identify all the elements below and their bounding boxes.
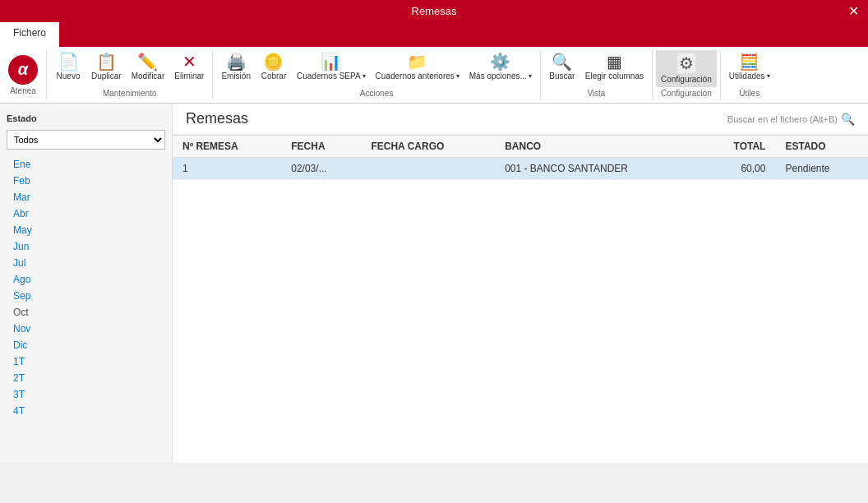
duplicar-icon: 📋 <box>96 53 117 70</box>
month-jun[interactable]: Jun <box>0 238 172 255</box>
title-bar: Remesas ✕ <box>0 0 868 22</box>
configuracion-button[interactable]: ⚙ Configuración <box>656 50 717 87</box>
month-ago[interactable]: Ago <box>0 271 172 288</box>
mantenimiento-label: Mantenimiento <box>50 87 209 99</box>
configuracion-icon: ⚙ <box>677 53 695 73</box>
col-fecha-cargo: FECHA CARGO <box>361 136 495 158</box>
buscar-label: Buscar <box>549 72 575 81</box>
month-jul[interactable]: Jul <box>0 255 172 271</box>
group-acciones: 🖨️ Emisión 🪙 Cobrar 📊 Cuadernos SEPA ▾ 📁… <box>213 50 540 99</box>
atenea-group: α Atenea <box>0 50 47 99</box>
emision-button[interactable]: 🖨️ Emisión <box>216 50 256 84</box>
month-dic[interactable]: Dic <box>0 337 172 353</box>
content-header: Remesas Buscar en el fichero (Alt+B) 🔍 <box>173 104 868 135</box>
month-sep[interactable]: Sep <box>0 288 172 304</box>
main-area: Estado Todos Pendiente Emitido Ene Feb M… <box>0 104 868 463</box>
month-abr[interactable]: Abr <box>0 205 172 222</box>
page-title: Remesas <box>186 110 248 127</box>
cell-estado: Pendiente <box>775 158 868 180</box>
month-nov[interactable]: Nov <box>0 321 172 337</box>
cobrar-label: Cobrar <box>261 72 287 81</box>
nuevo-button[interactable]: 📄 Nuevo <box>50 50 86 84</box>
cuadernos-ant-button[interactable]: 📁 Cuadernos anteriores ▾ <box>371 50 464 84</box>
acciones-buttons: 🖨️ Emisión 🪙 Cobrar 📊 Cuadernos SEPA ▾ 📁… <box>216 50 536 87</box>
eliminar-label: Eliminar <box>174 72 204 81</box>
search-icon: 🔍 <box>841 113 855 126</box>
col-estado: ESTADO <box>775 136 868 158</box>
group-vista: 🔍 Buscar ▦ Elegir columnas Vista <box>541 50 653 99</box>
col-fecha: FECHA <box>281 136 361 158</box>
configuracion-label: Configuración <box>661 75 712 84</box>
quarter-4t[interactable]: 4T <box>0 403 172 419</box>
mas-opciones-icon: ⚙️ <box>490 53 510 70</box>
eliminar-button[interactable]: ✕ Eliminar <box>169 50 209 84</box>
atenea-logo: α <box>8 55 38 85</box>
acciones-label: Acciones <box>216 87 536 99</box>
mantenimiento-buttons: 📄 Nuevo 📋 Duplicar ✏️ Modificar ✕ Elimin… <box>50 50 209 87</box>
vista-label: Vista <box>544 87 649 99</box>
ribbon-tabs: Fichero <box>0 22 868 47</box>
estado-select[interactable]: Todos Pendiente Emitido <box>7 130 165 150</box>
sidebar: Estado Todos Pendiente Emitido Ene Feb M… <box>0 104 173 463</box>
cell-fecha: 02/03/... <box>281 158 361 180</box>
remesas-table: Nº REMESA FECHA FECHA CARGO BANCO TOTAL … <box>173 135 868 180</box>
table-header-row: Nº REMESA FECHA FECHA CARGO BANCO TOTAL … <box>173 136 868 158</box>
ribbon-content: α Atenea 📄 Nuevo 📋 Duplicar ✏️ Modificar… <box>0 47 868 104</box>
cell-num-remesa: 1 <box>173 158 281 180</box>
mas-opciones-button[interactable]: ⚙️ Más opciones... ▾ <box>464 50 537 84</box>
month-oct[interactable]: Oct <box>0 304 172 321</box>
estado-label: Estado <box>0 110 172 127</box>
window-title: Remesas <box>412 5 457 17</box>
configuracion-buttons: ⚙ Configuración <box>656 50 717 87</box>
buscar-button[interactable]: 🔍 Buscar <box>544 50 580 84</box>
month-may[interactable]: May <box>0 222 172 238</box>
close-button[interactable]: ✕ <box>838 0 868 22</box>
quarter-2t[interactable]: 2T <box>0 370 172 386</box>
modificar-icon: ✏️ <box>137 53 158 70</box>
search-placeholder: Buscar en el fichero (Alt+B) <box>727 114 838 124</box>
month-mar[interactable]: Mar <box>0 189 172 205</box>
nuevo-icon: 📄 <box>58 53 79 70</box>
quarter-3t[interactable]: 3T <box>0 386 172 403</box>
table-body: 1 02/03/... 001 - BANCO SANTANDER 60,00 … <box>173 158 868 180</box>
col-num-remesa: Nº REMESA <box>173 136 281 158</box>
cobrar-button[interactable]: 🪙 Cobrar <box>256 50 292 84</box>
atenea-label: Atenea <box>10 86 36 95</box>
cell-banco: 001 - BANCO SANTANDER <box>495 158 701 180</box>
cuadernos-sepa-button[interactable]: 📊 Cuadernos SEPA ▾ <box>292 50 371 84</box>
month-ene[interactable]: Ene <box>0 156 172 173</box>
month-list: Ene Feb Mar Abr May Jun Jul Ago Sep Oct … <box>0 156 172 419</box>
group-utiles: 🧮 Utilidades ▾ Útiles <box>721 50 778 99</box>
utilidades-button[interactable]: 🧮 Utilidades ▾ <box>724 50 775 84</box>
month-feb[interactable]: Feb <box>0 173 172 189</box>
vista-buttons: 🔍 Buscar ▦ Elegir columnas <box>544 50 649 87</box>
emision-label: Emisión <box>221 72 251 81</box>
col-total: TOTAL <box>701 136 776 158</box>
eliminar-icon: ✕ <box>182 53 196 70</box>
col-banco: BANCO <box>495 136 701 158</box>
cell-total: 60,00 <box>701 158 776 180</box>
cobrar-icon: 🪙 <box>263 53 284 70</box>
content-area: Remesas Buscar en el fichero (Alt+B) 🔍 N… <box>173 104 868 463</box>
elegir-columnas-button[interactable]: ▦ Elegir columnas <box>580 50 649 84</box>
group-mantenimiento: 📄 Nuevo 📋 Duplicar ✏️ Modificar ✕ Elimin… <box>47 50 213 99</box>
modificar-label: Modificar <box>132 72 165 81</box>
cuadernos-ant-label: Cuadernos anteriores ▾ <box>376 72 459 81</box>
emision-icon: 🖨️ <box>226 53 247 70</box>
cuadernos-sepa-icon: 📊 <box>321 53 341 70</box>
utilidades-icon: 🧮 <box>739 53 760 70</box>
configuracion-label: Configuración <box>656 87 717 99</box>
elegir-columnas-icon: ▦ <box>607 53 622 70</box>
buscar-icon: 🔍 <box>552 53 572 70</box>
cell-fecha-cargo <box>361 158 495 180</box>
search-box[interactable]: Buscar en el fichero (Alt+B) 🔍 <box>727 113 855 126</box>
table-row[interactable]: 1 02/03/... 001 - BANCO SANTANDER 60,00 … <box>173 158 868 180</box>
table-header: Nº REMESA FECHA FECHA CARGO BANCO TOTAL … <box>173 136 868 158</box>
quarter-1t[interactable]: 1T <box>0 353 172 370</box>
duplicar-button[interactable]: 📋 Duplicar <box>86 50 127 84</box>
tab-fichero[interactable]: Fichero <box>0 22 59 47</box>
elegir-columnas-label: Elegir columnas <box>585 72 644 81</box>
nuevo-label: Nuevo <box>57 72 81 81</box>
modificar-button[interactable]: ✏️ Modificar <box>127 50 170 84</box>
utiles-group-label: Útiles <box>724 87 775 99</box>
